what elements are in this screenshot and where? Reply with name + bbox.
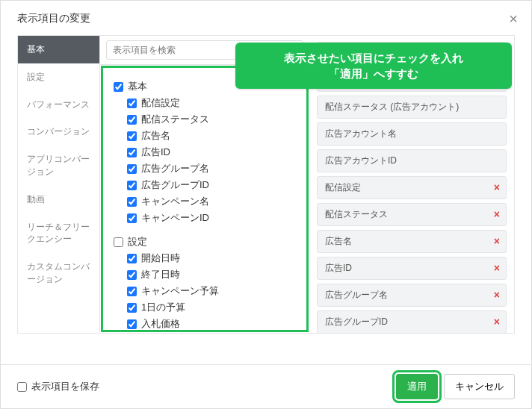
callout-line2: 「適用」へすすむ [329, 67, 418, 80]
field-checkbox-1-2[interactable]: キャンペーン予算 [127, 283, 297, 299]
remove-icon[interactable]: × [494, 181, 500, 193]
field-label: 1日の予算 [141, 301, 185, 314]
save-layout-checkbox[interactable]: 表示項目を保存 [17, 380, 99, 393]
field-checkbox-0-7[interactable]: キャンペーンID [127, 210, 297, 226]
group-checkbox-input-0[interactable] [114, 82, 123, 92]
dialog-header: 表示項目の変更 × [1, 1, 531, 35]
selected-item-label: 広告名 [325, 236, 352, 246]
dialog-footer: 表示項目を保存 適用 キャンセル [1, 364, 531, 408]
field-checkbox-input[interactable] [127, 319, 137, 329]
sidebar-tab-0[interactable]: 基本 [18, 36, 99, 63]
sidebar-tab-5[interactable]: 動画 [18, 186, 99, 213]
selected-item-label: 広告アカウント名 [325, 128, 397, 139]
sidebar-tab-6[interactable]: リーチ＆フリークエンシー [18, 213, 99, 254]
remove-icon[interactable]: × [494, 262, 500, 274]
selected-item-label: 広告グループID [325, 316, 388, 327]
field-checkbox-input[interactable] [127, 270, 137, 280]
field-checkbox-0-1[interactable]: 配信ステータス [127, 111, 297, 128]
field-checkbox-input[interactable] [127, 213, 137, 223]
selected-item[interactable]: 広告グループ名× [317, 284, 507, 307]
sidebar-tab-4[interactable]: アプリコンバージョン [18, 146, 99, 186]
field-checkbox-input[interactable] [127, 131, 137, 141]
close-icon[interactable]: × [509, 11, 518, 26]
save-layout-label: 表示項目を保存 [31, 380, 99, 393]
field-checkbox-1-4[interactable]: 入札価格 [127, 316, 297, 330]
field-checkbox-0-5[interactable]: 広告グループID [127, 177, 297, 193]
field-checkbox-0-4[interactable]: 広告グループ名 [127, 160, 297, 177]
sidebar-tab-3[interactable]: コンバージョン [18, 118, 99, 146]
dialog-title: 表示項目の変更 [17, 12, 90, 25]
instruction-callout: 表示させたい項目にチェックを入れ 「適用」へすすむ [235, 43, 512, 89]
group-label: 基本 [128, 80, 147, 93]
remove-icon[interactable]: × [494, 235, 500, 247]
apply-button[interactable]: 適用 [396, 374, 438, 399]
selected-item[interactable]: 配信設定× [317, 176, 507, 199]
field-checkbox-input[interactable] [127, 115, 137, 125]
sidebar-tab-7[interactable]: カスタムコンバージョン [18, 253, 99, 293]
field-label: 入札価格 [141, 317, 180, 330]
field-checkbox-0-6[interactable]: キャンペーン名 [127, 193, 297, 210]
sidebar-tab-2[interactable]: パフォーマンス [18, 91, 99, 119]
field-label: 配信ステータス [141, 113, 209, 126]
selected-item-label: 広告アカウントID [325, 155, 397, 166]
field-label: 配信設定 [141, 96, 180, 110]
field-checkbox-1-0[interactable]: 開始日時 [127, 250, 297, 266]
category-sidebar: 基本設定パフォーマンスコンバージョンアプリコンバージョン動画リーチ＆フリークエン… [18, 36, 100, 333]
field-label: キャンペーン予算 [141, 284, 219, 298]
field-checkbox-input[interactable] [127, 287, 137, 296]
field-label: 広告ID [141, 146, 170, 159]
selected-item-label: 配信ステータス (広告アカウント) [325, 102, 459, 112]
field-label: キャンペーン名 [141, 195, 209, 208]
group-checkbox-1[interactable]: 設定 [114, 234, 297, 250]
callout-line1: 表示させたい項目にチェックを入れ [284, 51, 463, 64]
field-checkbox-input[interactable] [127, 303, 137, 313]
selected-item-label: 配信ステータス [325, 209, 388, 219]
field-checkbox-0-3[interactable]: 広告ID [127, 144, 297, 160]
selected-item[interactable]: 広告グループID× [317, 310, 507, 333]
field-checkbox-input[interactable] [127, 148, 137, 157]
field-label: 広告グループ名 [141, 162, 209, 175]
field-checkbox-input[interactable] [127, 254, 137, 263]
field-checkbox-1-1[interactable]: 終了日時 [127, 266, 297, 283]
selected-item[interactable]: 配信ステータス× [317, 203, 507, 226]
field-checkbox-input[interactable] [127, 197, 137, 207]
selected-item-label: 広告グループ名 [325, 290, 388, 300]
selected-item[interactable]: 配信ステータス (広告アカウント) [317, 96, 507, 119]
field-label: 広告名 [141, 129, 170, 143]
selected-item[interactable]: 広告アカウントID [317, 149, 507, 172]
field-checkbox-input[interactable] [127, 181, 137, 190]
field-checkbox-input[interactable] [127, 164, 137, 174]
group-label: 設定 [128, 235, 147, 249]
save-layout-checkbox-input[interactable] [17, 382, 27, 392]
field-checkbox-1-3[interactable]: 1日の予算 [127, 299, 297, 316]
remove-icon[interactable]: × [494, 289, 500, 301]
field-tree: 基本配信設定配信ステータス広告名広告ID広告グループ名広告グループIDキャンペー… [103, 68, 306, 330]
field-label: 広告グループID [141, 178, 209, 192]
field-label: 終了日時 [141, 268, 180, 281]
selected-item[interactable]: 広告アカウント名 [317, 122, 507, 146]
field-checkbox-0-0[interactable]: 配信設定 [127, 95, 297, 111]
field-checkbox-0-2[interactable]: 広告名 [127, 128, 297, 144]
remove-icon[interactable]: × [494, 208, 500, 220]
field-label: 開始日時 [141, 252, 180, 265]
selected-item[interactable]: 広告名× [317, 230, 507, 253]
cancel-button[interactable]: キャンセル [444, 374, 515, 399]
selected-item[interactable]: 広告ID× [317, 257, 507, 280]
sidebar-tab-1[interactable]: 設定 [18, 63, 99, 91]
selected-item-label: 広告ID [325, 263, 352, 273]
remove-icon[interactable]: × [494, 316, 500, 328]
selected-item-label: 配信設定 [325, 182, 361, 193]
field-checkbox-input[interactable] [127, 99, 137, 108]
group-checkbox-input-1[interactable] [114, 237, 123, 247]
field-label: キャンペーンID [141, 211, 209, 225]
